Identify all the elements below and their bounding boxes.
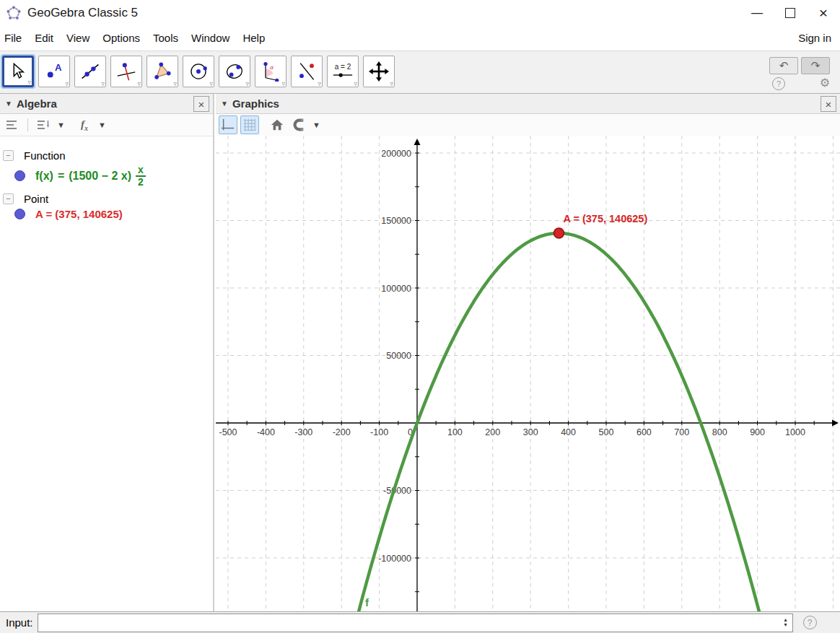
menu-help[interactable]: Help — [236, 32, 271, 44]
x-tick-label: 700 — [674, 427, 689, 437]
tool-point-button[interactable]: A ▿ — [38, 56, 70, 87]
tool-angle-button[interactable]: α ▿ — [255, 56, 286, 87]
input-label: Input: — [6, 616, 33, 629]
home-view-icon[interactable] — [268, 115, 286, 134]
dropdown-icon[interactable]: ▿ — [318, 81, 321, 87]
x-tick-label: -200 — [333, 427, 351, 437]
menu-options[interactable]: Options — [96, 32, 146, 44]
menu-view[interactable]: View — [60, 32, 96, 44]
dropdown-icon[interactable]: ▿ — [65, 81, 69, 87]
x-tick-label: 300 — [523, 427, 538, 437]
graphics-header: ▼ Graphics × — [216, 94, 840, 114]
visibility-marble-icon[interactable] — [14, 170, 25, 181]
command-input[interactable] — [38, 616, 781, 630]
polygon-icon — [152, 61, 172, 82]
x-tick-label: -500 — [219, 427, 237, 437]
collapse-minus-icon[interactable]: − — [3, 150, 14, 161]
redo-button[interactable]: ↷ — [801, 57, 830, 74]
tool-ellipse-button[interactable]: ▿ — [219, 56, 250, 87]
group-label: Function — [24, 149, 66, 162]
x-tick-label: 800 — [712, 427, 727, 437]
graphics-collapse-caret-icon[interactable]: ▼ — [221, 100, 228, 108]
algebra-group-point[interactable]: − Point — [3, 193, 213, 205]
point-A-label[interactable]: A = (375, 140625) — [564, 213, 648, 224]
x-tick-label: -300 — [294, 427, 312, 437]
algebra-collapse-caret-icon[interactable]: ▼ — [5, 100, 12, 108]
dropdown-icon[interactable]: ▿ — [101, 81, 105, 87]
help-icon[interactable]: ? — [772, 77, 785, 90]
plot-svg[interactable]: -500-400-300-200-10001002003004005006007… — [216, 136, 840, 611]
input-help-icon[interactable]: ? — [803, 616, 817, 629]
perpendicular-line-icon — [116, 61, 136, 82]
algebra-close-button[interactable]: × — [193, 96, 209, 112]
close-button[interactable]: × — [807, 0, 840, 25]
sort-dropdown-icon[interactable]: ▼ — [57, 121, 65, 129]
dropdown-icon[interactable]: ▿ — [209, 81, 213, 87]
main-area: ▼ Algebra × ▼ fx ▼ − Function — [0, 94, 840, 611]
algebra-group-function[interactable]: − Function — [3, 149, 213, 162]
fx-display-icon[interactable]: fx — [75, 115, 94, 134]
point-A[interactable] — [554, 228, 564, 238]
move-cursor-icon — [9, 62, 27, 81]
sort-objects-icon[interactable] — [34, 115, 53, 134]
tool-polygon-button[interactable]: ▿ — [146, 56, 178, 87]
menu-window[interactable]: Window — [185, 32, 236, 44]
undo-button[interactable]: ↶ — [769, 57, 798, 74]
x-tick-label: 500 — [599, 427, 614, 437]
move-graphics-view-icon — [369, 61, 389, 82]
fraction: x 2 — [136, 165, 146, 187]
graphics-view[interactable]: -500-400-300-200-10001002003004005006007… — [216, 136, 840, 611]
y-tick-label: 50000 — [386, 351, 411, 361]
collapse-minus-icon[interactable]: − — [3, 193, 14, 204]
maximize-button[interactable] — [774, 0, 807, 25]
dropdown-icon[interactable]: ▿ — [27, 79, 31, 86]
ellipse-icon — [224, 61, 245, 82]
show-grid-icon[interactable] — [240, 115, 259, 134]
group-label: Point — [24, 193, 48, 205]
y-tick-label: -100000 — [378, 554, 411, 564]
maximize-icon — [785, 8, 795, 18]
y-tick-label: 200000 — [381, 149, 411, 159]
dropdown-icon[interactable]: ▿ — [173, 81, 177, 87]
menu-tools[interactable]: Tools — [146, 32, 185, 44]
menu-file[interactable]: File — [0, 32, 28, 44]
dropdown-icon[interactable]: ▿ — [245, 81, 249, 87]
angle-icon: α — [261, 61, 281, 82]
x-tick-label: 100 — [447, 427, 463, 437]
point-capturing-magnet-icon[interactable] — [289, 115, 308, 134]
minimize-button[interactable]: — — [740, 0, 774, 25]
algebra-panel: ▼ Algebra × ▼ fx ▼ − Function — [0, 94, 214, 611]
auxiliary-objects-icon[interactable] — [3, 115, 22, 134]
fx-dropdown-icon[interactable]: ▼ — [98, 121, 106, 129]
circle-with-center-icon — [188, 61, 209, 82]
algebra-header: ▼ Algebra × — [0, 94, 213, 114]
settings-gear-icon[interactable]: ⚙ — [820, 77, 830, 90]
graphics-close-button[interactable]: × — [821, 96, 836, 112]
sign-in-link[interactable]: Sign in — [798, 32, 831, 44]
input-field-wrap: ▴▾ — [38, 614, 793, 632]
window-title: GeoGebra Classic 5 — [27, 6, 138, 20]
tool-slider-button[interactable]: a = 2 ▿ — [327, 56, 359, 87]
capturing-dropdown-icon[interactable]: ▼ — [312, 121, 320, 129]
dropdown-icon[interactable]: ▿ — [137, 81, 141, 87]
visibility-marble-icon[interactable] — [14, 209, 25, 219]
dropdown-icon[interactable]: ▿ — [390, 81, 393, 87]
input-history-spinner-icon[interactable]: ▴▾ — [781, 618, 792, 627]
show-axes-icon[interactable] — [219, 115, 237, 134]
x-tick-label: 900 — [750, 427, 765, 437]
function-curve[interactable] — [349, 233, 840, 611]
x-tick-label: 600 — [636, 427, 652, 437]
tool-move-graphics-view-button[interactable]: ▿ — [363, 56, 395, 87]
tool-line-button[interactable]: ▿ — [74, 56, 106, 87]
menu-edit[interactable]: Edit — [28, 32, 60, 44]
tool-perpendicular-line-button[interactable]: ▿ — [110, 56, 142, 87]
tool-circle-button[interactable]: ▿ — [183, 56, 214, 87]
algebra-item-function[interactable]: f(x) = (1500 − 2 x) x 2 — [14, 165, 213, 187]
tool-reflect-button[interactable]: ▿ — [291, 56, 323, 87]
tool-move-button[interactable]: ▿ — [2, 56, 34, 87]
algebra-item-point[interactable]: A = (375, 140625) — [14, 208, 213, 220]
geogebra-logo-icon — [6, 5, 22, 21]
tool-buttons: ▿ A ▿ ▿ ▿ — [2, 56, 395, 87]
dropdown-icon[interactable]: ▿ — [281, 81, 285, 87]
dropdown-icon[interactable]: ▿ — [354, 81, 357, 87]
